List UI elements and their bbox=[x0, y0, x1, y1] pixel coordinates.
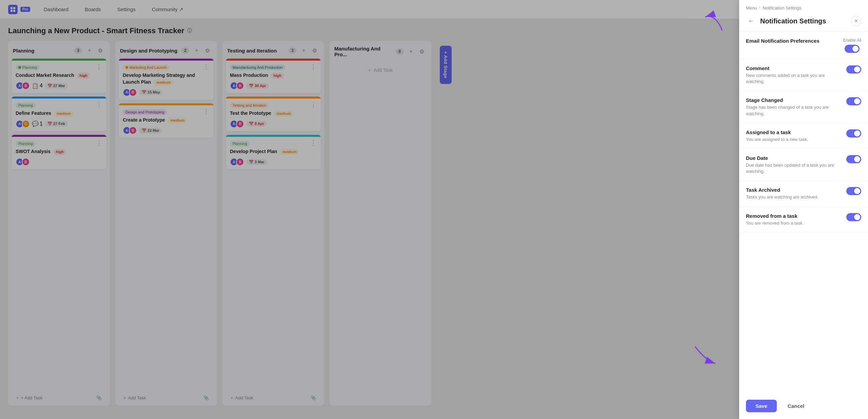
notif-content-duedate: Due Date Due date has been updated of a … bbox=[746, 155, 841, 174]
toggle-duedate[interactable] bbox=[846, 155, 861, 163]
toggle-comment[interactable] bbox=[846, 65, 861, 74]
notif-item-email: Email Notification Preferences Enable Al… bbox=[739, 32, 868, 59]
notif-desc-removed: You are removed from a task. bbox=[746, 220, 804, 226]
dimmed-overlay[interactable] bbox=[0, 0, 868, 419]
notif-right-email: Enable All bbox=[843, 38, 861, 53]
notif-content-email: Email Notification Preferences bbox=[746, 38, 820, 45]
notif-desc-assigned: You are assigned to a new task. bbox=[746, 137, 808, 143]
toggle-archived[interactable] bbox=[846, 187, 861, 195]
notif-label-archived: Task Archived bbox=[746, 187, 818, 193]
notif-item-removed: Removed from a task You are removed from… bbox=[739, 207, 868, 233]
notif-item-stage: Stage Changed Stage has been changed of … bbox=[739, 91, 868, 123]
notif-item-duedate: Due Date Due date has been updated of a … bbox=[739, 149, 868, 181]
panel-close-btn[interactable]: × bbox=[851, 16, 861, 26]
panel-back-btn[interactable]: ← bbox=[746, 16, 756, 26]
notif-desc-duedate: Due date has been updated of a task you … bbox=[746, 162, 841, 174]
notif-label-stage: Stage Changed bbox=[746, 97, 841, 103]
notif-label-assigned: Assigned to a task bbox=[746, 129, 808, 135]
notif-item-assigned: Assigned to a task You are assigned to a… bbox=[739, 123, 868, 149]
notif-content-assigned: Assigned to a task You are assigned to a… bbox=[746, 129, 808, 143]
notif-desc-archived: Tasks you are watching are archived. bbox=[746, 194, 818, 200]
notif-content-archived: Task Archived Tasks you are watching are… bbox=[746, 187, 818, 200]
panel-header: ← Notification Settings × bbox=[739, 13, 868, 32]
breadcrumb-sep: • bbox=[759, 5, 761, 11]
notif-desc-comment: New comments added on a task you are wat… bbox=[746, 72, 841, 85]
panel-title: Notification Settings bbox=[760, 17, 847, 25]
notif-content-stage: Stage Changed Stage has been changed of … bbox=[746, 97, 841, 117]
toggle-stage[interactable] bbox=[846, 97, 861, 105]
toggle-removed[interactable] bbox=[846, 213, 861, 221]
notif-desc-stage: Stage has been changed of a task you are… bbox=[746, 104, 841, 117]
save-button[interactable]: Save bbox=[746, 400, 777, 412]
notif-label-removed: Removed from a task bbox=[746, 213, 804, 219]
cancel-button[interactable]: Cancel bbox=[781, 400, 811, 412]
notif-label-duedate: Due Date bbox=[746, 155, 841, 161]
enable-all-label: Enable All bbox=[843, 38, 861, 43]
notif-label-comment: Comment bbox=[746, 65, 841, 71]
breadcrumb-current: Notification Settings bbox=[763, 5, 802, 11]
notif-item-archived: Task Archived Tasks you are watching are… bbox=[739, 181, 868, 207]
toggle-email[interactable] bbox=[845, 45, 860, 53]
notif-label-email: Email Notification Preferences bbox=[746, 38, 820, 44]
notif-content-removed: Removed from a task You are removed from… bbox=[746, 213, 804, 226]
notif-item-comment: Comment New comments added on a task you… bbox=[739, 59, 868, 91]
panel-footer: Save Cancel bbox=[739, 393, 868, 419]
breadcrumb-menu[interactable]: Menu bbox=[746, 5, 757, 11]
toggle-assigned[interactable] bbox=[846, 129, 861, 138]
notification-panel: Menu • Notification Settings ← Notificat… bbox=[739, 0, 868, 419]
panel-breadcrumb: Menu • Notification Settings bbox=[739, 0, 868, 13]
notif-content-comment: Comment New comments added on a task you… bbox=[746, 65, 841, 85]
